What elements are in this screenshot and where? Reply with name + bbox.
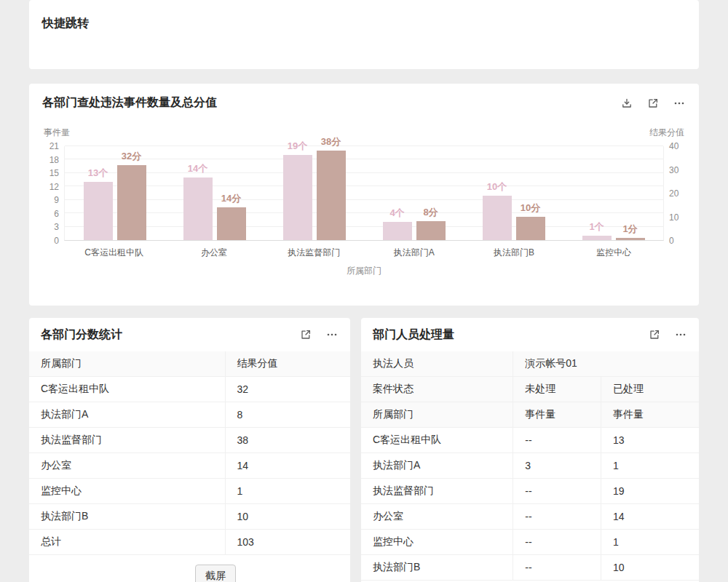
- left-axis-tick-label: 0: [54, 236, 59, 245]
- category-labels: C客运出租中队办公室执法监督部门执法部门A执法部门B监控中心: [64, 247, 664, 259]
- table-cell: 8: [225, 402, 350, 428]
- table-cell: 监控中心: [361, 530, 513, 555]
- table-header-cell: 演示帐号01: [513, 351, 699, 377]
- screenshot-button[interactable]: 截屏: [195, 565, 236, 582]
- bar-value-label: 4个: [389, 207, 404, 220]
- bar-事件量[interactable]: 14个: [183, 178, 213, 240]
- bar-group: 1个1分: [563, 146, 663, 240]
- right-axis-title: 结果分值: [649, 127, 684, 139]
- table-cell: --: [513, 428, 601, 453]
- table-header-cell: 事件量: [513, 402, 601, 428]
- left-axis-tick-label: 21: [50, 142, 59, 151]
- table-cell: --: [513, 479, 601, 504]
- table-cell: 10: [601, 555, 699, 581]
- right-axis-tick-label: 40: [669, 142, 678, 151]
- more-icon[interactable]: [325, 328, 339, 341]
- table-header-row: 执法人员演示帐号01: [361, 351, 699, 377]
- table-row: 执法监督部门38: [29, 428, 350, 453]
- score-card-title: 各部门分数统计: [41, 327, 122, 343]
- table-cell: 办公室: [361, 504, 513, 530]
- score-table: 所属部门结果分值 C客运出租中队32执法部门A8执法监督部门38办公室14监控中…: [29, 351, 350, 555]
- category-label: 执法监督部门: [264, 247, 364, 259]
- quick-jump-title: 快捷跳转: [42, 16, 686, 31]
- staff-table-body: C客运出租中队--13执法部门A31执法监督部门--19办公室--14监控中心-…: [361, 428, 699, 581]
- score-card-actions: [299, 328, 339, 341]
- plot-row: 036912151821 13个32分14个14分19个38分4个8分10个10…: [42, 146, 686, 241]
- open-in-new-icon[interactable]: [646, 97, 660, 110]
- table-cell: 14: [601, 504, 699, 530]
- category-label: 执法部门A: [364, 247, 464, 259]
- staff-table-card: 部门人员处理量 执法人员演示帐号01案件状态未处理已处理所属部门事件量事件量 C…: [361, 318, 699, 582]
- bar-group: 10个10分: [464, 146, 563, 240]
- chart-card-title: 各部门查处违法事件数量及总分值: [42, 95, 217, 111]
- table-cell: 1: [225, 479, 350, 504]
- bar-结果分值[interactable]: 32分: [117, 165, 146, 240]
- table-cell: 执法监督部门: [29, 428, 225, 453]
- right-axis-ticks: 010203040: [664, 146, 686, 241]
- table-cell: 总计: [29, 530, 225, 555]
- table-row: 执法部门B10: [29, 504, 350, 530]
- more-icon[interactable]: [674, 328, 687, 341]
- table-cell: 监控中心: [29, 479, 225, 504]
- table-header-cell: 执法人员: [361, 351, 513, 377]
- table-cell: --: [513, 504, 601, 530]
- bar-value-label: 38分: [321, 135, 341, 148]
- bar-结果分值[interactable]: 10分: [516, 217, 545, 240]
- bar-事件量[interactable]: 4个: [383, 222, 412, 240]
- bar-结果分值[interactable]: 1分: [616, 238, 645, 240]
- table-cell: 14: [225, 453, 350, 479]
- bar-value-label: 19个: [288, 140, 307, 153]
- table-row: 执法监督部门--19: [361, 479, 699, 504]
- more-icon[interactable]: [673, 97, 686, 110]
- table-header-cell: 结果分值: [225, 351, 350, 377]
- bar-value-label: 1分: [622, 223, 637, 236]
- x-axis-title: 所属部门: [42, 265, 686, 277]
- staff-table-head: 执法人员演示帐号01案件状态未处理已处理所属部门事件量事件量: [361, 351, 699, 428]
- bar-事件量[interactable]: 1个: [582, 236, 612, 240]
- table-cell: 13: [601, 428, 699, 453]
- table-row: 办公室--14: [361, 504, 699, 530]
- bar-value-label: 1个: [589, 220, 604, 234]
- table-cell: 32: [225, 377, 350, 402]
- table-cell: C客运出租中队: [361, 428, 513, 453]
- category-label: C客运出租中队: [64, 247, 164, 259]
- table-cell: 103: [225, 530, 350, 555]
- table-row: 监控中心1: [29, 479, 350, 504]
- bar-结果分值[interactable]: 14分: [217, 207, 246, 240]
- bar-事件量[interactable]: 13个: [84, 182, 113, 240]
- table-header-cell: 未处理: [513, 377, 601, 402]
- left-axis-tick-label: 15: [50, 169, 59, 178]
- open-in-new-icon[interactable]: [648, 328, 661, 341]
- bar-group: 13个32分: [65, 146, 165, 240]
- open-in-new-icon[interactable]: [299, 328, 312, 341]
- download-icon[interactable]: [620, 97, 633, 110]
- bar-group: 19个38分: [264, 146, 364, 240]
- bar-事件量[interactable]: 19个: [283, 155, 312, 240]
- bar-结果分值[interactable]: 38分: [317, 151, 346, 240]
- staff-table: 执法人员演示帐号01案件状态未处理已处理所属部门事件量事件量 C客运出租中队--…: [361, 351, 699, 581]
- table-row: 办公室14: [29, 453, 350, 479]
- bar-结果分值[interactable]: 8分: [416, 221, 446, 240]
- bottom-row: 各部门分数统计 所属部门结果分值 C客运出租中队32执法部门A8执法监督部门38…: [29, 318, 699, 582]
- staff-card-actions: [648, 328, 687, 341]
- left-axis-ticks: 036912151821: [42, 146, 64, 241]
- category-label: 办公室: [164, 247, 264, 259]
- table-row: 执法部门A31: [361, 453, 699, 479]
- left-axis-tick-label: 18: [50, 156, 59, 164]
- table-row: 执法部门A8: [29, 402, 350, 428]
- chart-card-header: 各部门查处违法事件数量及总分值: [42, 95, 686, 111]
- staff-card-title: 部门人员处理量: [373, 327, 454, 343]
- right-axis-tick-label: 30: [669, 166, 678, 175]
- bar-value-label: 14个: [188, 162, 207, 175]
- chart-card-actions: [620, 97, 686, 110]
- table-row: 监控中心--1: [361, 530, 699, 555]
- table-header-cell: 已处理: [601, 377, 699, 402]
- bar-事件量[interactable]: 10个: [483, 196, 512, 240]
- category-label: 执法部门B: [464, 247, 563, 259]
- score-table-head: 所属部门结果分值: [29, 351, 350, 377]
- bar-groups: 13个32分14个14分19个38分4个8分10个10分1个1分: [65, 146, 663, 240]
- bar-value-label: 14分: [221, 192, 241, 205]
- table-header-row: 所属部门事件量事件量: [361, 402, 699, 428]
- table-header-cell: 所属部门: [361, 402, 513, 428]
- table-cell: 1: [601, 530, 699, 555]
